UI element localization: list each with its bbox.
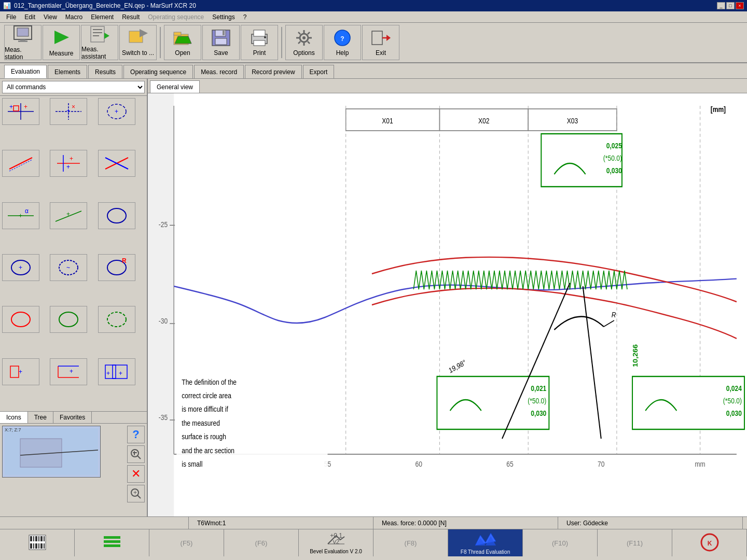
tab-meas-record[interactable]: Meas. record xyxy=(194,65,244,78)
icon-cell-8[interactable]: + xyxy=(50,202,87,229)
icon-cell-4[interactable] xyxy=(2,150,39,177)
content-area: General view [mm] X01 X02 xyxy=(148,79,747,516)
svg-text:The definition of the: The definition of the xyxy=(182,378,237,386)
status-segment-force: Meas. force: 0.0000 [N] xyxy=(374,517,558,529)
tab-results[interactable]: Results xyxy=(88,65,122,78)
toolbar-exit-label: Exit xyxy=(376,49,386,57)
icon-cell-6[interactable] xyxy=(98,150,135,177)
svg-point-24 xyxy=(302,36,306,39)
toolbar-separator-1 xyxy=(160,27,161,58)
toolbar-open[interactable]: Open xyxy=(164,25,201,60)
left-tab-icons[interactable]: Icons xyxy=(0,412,28,423)
toolbar-open-label: Open xyxy=(175,49,190,57)
left-tab-favorites[interactable]: Favorites xyxy=(53,412,92,423)
svg-text:0,030: 0,030 xyxy=(606,166,622,175)
menu-operating-sequence[interactable]: Operating sequence xyxy=(144,12,208,22)
toolbar-meas-assistant[interactable]: Meas. assistant xyxy=(81,25,118,60)
tab-elements[interactable]: Elements xyxy=(48,65,87,78)
toolbar-exit[interactable]: Exit xyxy=(362,25,399,60)
svg-text:v2: v2 xyxy=(333,538,339,545)
commands-dropdown[interactable]: All commands xyxy=(2,81,145,93)
toolbar-measure[interactable]: Measure xyxy=(43,25,80,60)
bottom-btn-stacked[interactable] xyxy=(75,529,149,556)
icon-cell-2[interactable]: + × xyxy=(50,98,87,125)
tab-export[interactable]: Export xyxy=(303,65,335,78)
preview-help-btn[interactable]: ? xyxy=(127,426,145,443)
bottom-toolbar: (F5) (F6) +0.1 v2 Bevel Evaluation V 2.0… xyxy=(0,529,747,556)
svg-rect-154 xyxy=(35,543,37,549)
icon-cell-11[interactable]: ~ xyxy=(50,254,87,281)
svg-marker-9 xyxy=(104,33,109,39)
svg-text:60: 60 xyxy=(416,460,422,468)
toolbar-help[interactable]: ? Help xyxy=(324,25,361,60)
svg-rect-21 xyxy=(254,40,265,46)
tab-operating-sequence[interactable]: Operating sequence xyxy=(123,65,193,78)
bottom-btn-barcode[interactable] xyxy=(0,529,75,556)
status-segment-1 xyxy=(4,517,189,529)
f6-label: (F6) xyxy=(255,539,268,547)
bottom-btn-f10[interactable]: (F10) xyxy=(523,529,598,556)
svg-line-30 xyxy=(308,41,310,44)
icon-cell-14[interactable] xyxy=(50,306,87,333)
toolbar-print[interactable]: Print xyxy=(241,25,278,60)
menu-view[interactable]: View xyxy=(39,12,61,22)
svg-rect-1 xyxy=(17,28,29,36)
tab-record-preview[interactable]: Record preview xyxy=(245,65,301,78)
menu-element[interactable]: Element xyxy=(87,12,118,22)
content-tab-general-view[interactable]: General view xyxy=(150,80,200,93)
svg-text:-25: -25 xyxy=(159,220,168,229)
menu-help[interactable]: ? xyxy=(239,12,251,22)
svg-rect-5 xyxy=(91,26,104,42)
svg-text:65: 65 xyxy=(506,460,513,468)
commands-header: All commands xyxy=(0,79,147,96)
stacked-icon xyxy=(103,534,121,552)
bottom-btn-f11[interactable]: (F11) xyxy=(598,529,672,556)
icon-cell-10[interactable]: + xyxy=(2,254,39,281)
svg-rect-151 xyxy=(44,536,45,541)
icon-cell-16[interactable]: + xyxy=(2,358,39,385)
bottom-btn-f8[interactable]: (F8) xyxy=(374,529,448,556)
icon-cell-9[interactable] xyxy=(98,202,135,229)
icon-cell-15[interactable] xyxy=(98,306,135,333)
bottom-btn-bevel-evaluation[interactable]: +0.1 v2 Bevel Evaluation V 2.0 xyxy=(299,529,374,556)
svg-text:mm: mm xyxy=(695,460,706,468)
chart-area[interactable]: [mm] X01 X02 X03 -25 -30 -35 xyxy=(148,93,747,516)
svg-rect-150 xyxy=(40,536,43,541)
preview-search-btn[interactable]: + xyxy=(127,485,145,502)
switch-to-icon xyxy=(128,29,148,48)
toolbar-meas-station[interactable]: Meas. station xyxy=(4,25,42,60)
icon-cell-1[interactable]: + + xyxy=(2,98,39,125)
titlebar-left: 📊 012_Tangentialer_Übergang_Bereiche_EN.… xyxy=(3,2,196,9)
icon-cell-17[interactable]: + xyxy=(50,358,87,385)
bottom-btn-thread-evaluation[interactable]: F8 Thread Evaluation xyxy=(448,529,523,556)
icon-cell-5[interactable]: + + xyxy=(50,150,87,177)
restore-button[interactable]: □ xyxy=(726,2,735,9)
bottom-btn-f6[interactable]: (F6) xyxy=(224,529,299,556)
icon-cell-12[interactable]: R xyxy=(98,254,135,281)
preview-delete-btn[interactable]: ✕ xyxy=(127,465,145,483)
toolbar-meas-assistant-label: Meas. assistant xyxy=(81,46,118,60)
statusbar: T6Wmot:1 Meas. force: 0.0000 [N] User: G… xyxy=(0,516,747,529)
close-button[interactable]: × xyxy=(736,2,744,9)
icon-cell-7[interactable]: + α xyxy=(2,202,39,229)
toolbar-switch-to[interactable]: Switch to ... xyxy=(119,25,157,60)
preview-zoom-btn[interactable] xyxy=(127,445,145,463)
menu-settings[interactable]: Settings xyxy=(208,12,239,22)
left-tab-tree[interactable]: Tree xyxy=(28,412,53,423)
icon-cell-3[interactable]: + xyxy=(98,98,135,125)
menu-file[interactable]: File xyxy=(2,12,20,22)
minimize-button[interactable]: _ xyxy=(717,2,725,9)
menu-result[interactable]: Result xyxy=(118,12,144,22)
menu-edit[interactable]: Edit xyxy=(20,12,39,22)
tab-evaluation[interactable]: Evaluation xyxy=(4,65,47,78)
thread-eval-label: F8 Thread Evaluation xyxy=(461,549,510,555)
bottom-btn-f12[interactable]: K xyxy=(672,529,747,556)
bottom-btn-f5[interactable]: (F5) xyxy=(149,529,224,556)
menu-macro[interactable]: Macro xyxy=(61,12,87,22)
toolbar-save[interactable]: Save xyxy=(202,25,240,60)
icon-cell-18[interactable]: + + xyxy=(98,358,135,385)
toolbar-switch-label: Switch to ... xyxy=(122,49,154,57)
icon-cell-13[interactable] xyxy=(2,306,39,333)
main-tabs: Evaluation Elements Results Operating se… xyxy=(0,63,747,79)
toolbar-options[interactable]: Options xyxy=(285,25,323,60)
